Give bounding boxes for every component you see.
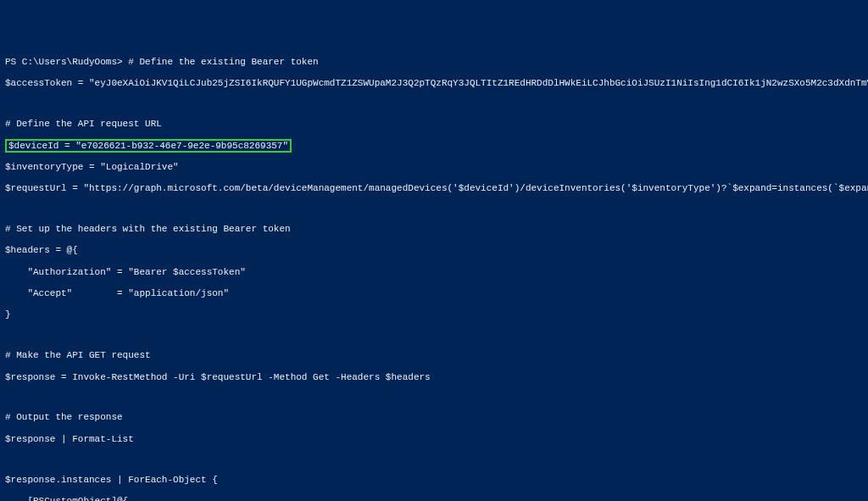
terminal-output[interactable]: PS C:\Users\RudyOoms> # Define the exist… bbox=[5, 47, 863, 501]
headers-comment: # Set up the headers with the existing B… bbox=[5, 224, 863, 235]
request-comment: # Make the API GET request bbox=[5, 350, 863, 361]
inventory-type-line: $inventoryType = "LogicalDrive" bbox=[5, 162, 863, 173]
request-line: $response = Invoke-RestMethod -Uri $requ… bbox=[5, 372, 863, 383]
headers-accept: "Accept" = "application/json" bbox=[5, 288, 863, 299]
output-comment: # Output the response bbox=[5, 412, 863, 423]
headers-auth: "Authorization" = "Bearer $accessToken" bbox=[5, 267, 863, 278]
access-token-line: $accessToken = "eyJ0eXAiOiJKV1QiLCJub25j… bbox=[5, 78, 863, 89]
headers-close: } bbox=[5, 309, 863, 320]
output-line: $response | Format-List bbox=[5, 434, 863, 445]
loop-line: $response.instances | ForEach-Object { bbox=[5, 475, 863, 486]
headers-open: $headers = @{ bbox=[5, 245, 863, 256]
comment-api-url: # Define the API request URL bbox=[5, 119, 863, 130]
comment-token: # Define the existing Bearer token bbox=[128, 57, 318, 67]
device-id-highlight: $deviceId = "e7026621-b932-46e7-9e2e-9b9… bbox=[5, 139, 292, 153]
prompt-path: PS C:\Users\RudyOoms> bbox=[5, 57, 128, 67]
prompt-line: PS C:\Users\RudyOoms> # Define the exist… bbox=[5, 57, 863, 68]
device-id-line: $deviceId = "e7026621-b932-46e7-9e2e-9b9… bbox=[5, 141, 863, 152]
request-url-line: $requestUrl = "https://graph.microsoft.c… bbox=[5, 183, 863, 194]
loop-line: [PSCustomObject]@{ bbox=[5, 496, 863, 501]
